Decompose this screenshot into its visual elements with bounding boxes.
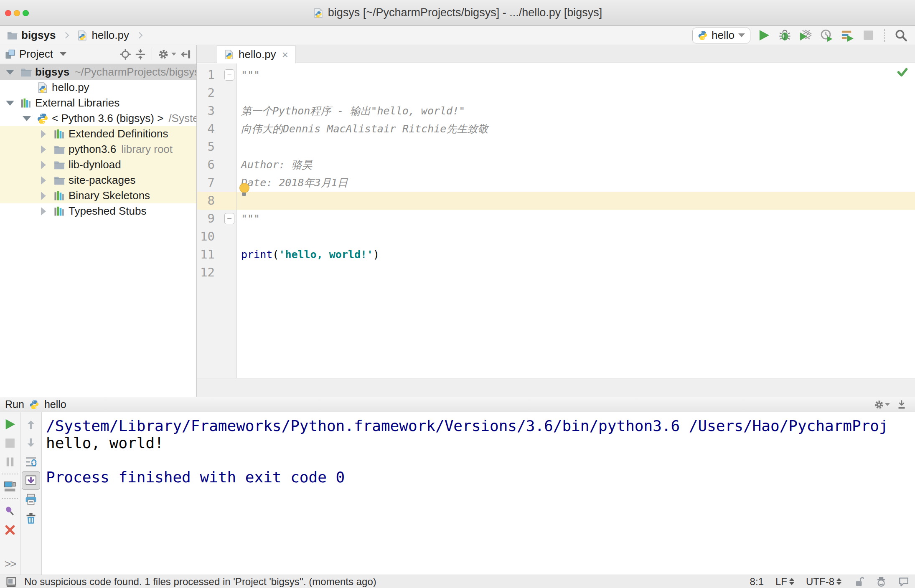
minimize-window-button[interactable]	[14, 10, 20, 16]
code-area[interactable]: """第一个Python程序 - 输出"hello, world!"向伟大的De…	[237, 63, 915, 378]
clear-console-button[interactable]	[22, 509, 40, 527]
tool-window-toggle-icon[interactable]	[6, 576, 17, 587]
run-configuration-selector[interactable]: hello	[692, 28, 750, 43]
collapse-all-icon[interactable]	[135, 49, 146, 60]
encoding-value: UTF-8	[806, 576, 834, 588]
next-occurrence-button[interactable]	[22, 433, 40, 452]
gear-icon[interactable]	[158, 49, 169, 60]
code-line-4: 向伟大的Dennis MacAlistair Ritchie先生致敬	[241, 120, 915, 138]
concurrency-icon	[841, 29, 854, 42]
rerun-button[interactable]	[1, 415, 19, 433]
intention-bulb-icon[interactable]	[239, 183, 249, 197]
tree-item-python3.6[interactable]: python3.6library root	[0, 142, 196, 157]
hide-panel-icon[interactable]	[180, 49, 191, 60]
concurrency-diagram-button[interactable]	[840, 28, 855, 43]
tree-item-extended-definitions[interactable]: Extended Definitions	[0, 126, 196, 142]
fold-marker-bottom[interactable]: −	[224, 213, 234, 224]
code-line-8	[237, 192, 915, 210]
hector-inspections-icon[interactable]	[876, 576, 887, 587]
scroll-to-end-button[interactable]	[22, 471, 40, 490]
tree-item-label: site-packages	[69, 174, 135, 187]
tree-item-python-3.6-bigsys[interactable]: < Python 3.6 (bigsys) >/System	[0, 111, 196, 126]
run-icon	[757, 29, 770, 42]
expanded-arrow-icon[interactable]	[3, 98, 17, 108]
stop-icon	[4, 437, 16, 449]
run-console[interactable]: /System/Library/Frameworks/Python.framew…	[42, 412, 915, 575]
tree-item-site-packages[interactable]: site-packages	[0, 172, 196, 188]
caret-position-widget[interactable]: 8:1	[750, 576, 764, 588]
run-configuration-label: hello	[712, 29, 735, 42]
prev-occurrence-button[interactable]	[22, 415, 40, 433]
run-panel-title[interactable]: Run	[5, 398, 24, 411]
run-button[interactable]	[756, 28, 771, 43]
console-line-2: hello, world!	[46, 434, 915, 451]
chevron-right-icon	[63, 32, 69, 39]
line-number-6: 6	[197, 156, 236, 174]
window-title: bigsys [~/PycharmProjects/bigsys] - .../…	[328, 6, 602, 19]
editor-gutter[interactable]: 1−23456789−101112	[197, 63, 237, 378]
profile-button[interactable]	[819, 28, 834, 43]
run-with-coverage-button[interactable]	[798, 28, 813, 43]
tree-item-bigsys[interactable]: bigsys~/PycharmProjects/bigsys	[0, 64, 196, 80]
tree-item-binary-skeletons[interactable]: Binary Skeletons	[0, 188, 196, 203]
tree-item-hello.py[interactable]: hello.py	[0, 80, 196, 95]
project-panel-title[interactable]: Project	[19, 48, 53, 61]
run-panel-config-name[interactable]: hello	[44, 398, 66, 411]
locate-file-icon[interactable]	[120, 49, 131, 60]
close-run-panel-button[interactable]	[1, 520, 19, 539]
fold-marker-top[interactable]: −	[224, 69, 234, 81]
folder-icon	[53, 144, 65, 155]
inspections-ok-check-icon[interactable]	[897, 66, 908, 78]
collapsed-arrow-icon[interactable]	[37, 144, 50, 155]
run-tool-window: Run hello >>	[0, 397, 915, 575]
tree-item-typeshed-stubs[interactable]: Typeshed Stubs	[0, 203, 196, 219]
run-settings-button[interactable]	[874, 400, 890, 410]
expanded-arrow-icon[interactable]	[20, 114, 33, 124]
code-line-3: 第一个Python程序 - 输出"hello, world!"	[241, 102, 915, 120]
soft-wrap-button[interactable]	[22, 452, 40, 471]
line-separator-value: LF	[775, 576, 787, 588]
encoding-widget[interactable]: UTF-8	[806, 576, 841, 588]
line-number-3: 3	[197, 102, 236, 120]
code-line-5	[241, 138, 915, 156]
close-tab-icon[interactable]: ×	[282, 49, 288, 60]
search-everywhere-button[interactable]	[893, 28, 908, 43]
library-icon	[53, 128, 65, 140]
restore-layout-button[interactable]	[1, 477, 19, 496]
hide-run-panel-icon[interactable]	[897, 400, 907, 410]
run-panel-header: Run hello	[0, 397, 915, 412]
editor-body[interactable]: 1−23456789−101112 """第一个Python程序 - 输出"he…	[197, 63, 915, 378]
tree-item-label: python3.6	[69, 143, 116, 156]
project-view-icon	[5, 49, 15, 59]
event-log-bubble-icon[interactable]	[898, 576, 909, 587]
tree-item-external-libraries[interactable]: External Libraries	[0, 95, 196, 111]
stop-process-button[interactable]	[1, 433, 19, 452]
zoom-window-button[interactable]	[23, 10, 29, 16]
chevron-down-icon[interactable]	[60, 52, 66, 56]
pin-tab-button[interactable]	[1, 502, 19, 520]
line-number-2: 2	[197, 84, 236, 102]
code-line-12	[241, 264, 915, 281]
unlock-icon[interactable]	[853, 576, 864, 587]
editor-horizontal-scrollbar[interactable]	[197, 378, 915, 397]
debug-button[interactable]	[777, 28, 792, 43]
breadcrumb-item-hello-py[interactable]: hello.py	[92, 29, 129, 42]
collapsed-arrow-icon[interactable]	[37, 160, 50, 170]
toolbar-separator	[2, 474, 18, 474]
more-actions-button[interactable]: >>	[5, 558, 15, 570]
pause-output-button[interactable]	[1, 452, 19, 471]
expanded-arrow-icon[interactable]	[3, 67, 17, 77]
collapsed-arrow-icon[interactable]	[37, 191, 50, 201]
tab-hello-py[interactable]: hello.py ×	[217, 45, 295, 63]
tree-item-lib-dynload[interactable]: lib-dynload	[0, 157, 196, 172]
chevron-down-icon	[738, 33, 745, 37]
collapsed-arrow-icon[interactable]	[37, 175, 50, 185]
print-button[interactable]	[22, 490, 40, 509]
line-separator-widget[interactable]: LF	[775, 576, 794, 588]
close-window-button[interactable]	[5, 10, 11, 16]
breadcrumb-item-bigsys[interactable]: bigsys	[21, 29, 56, 42]
collapsed-arrow-icon[interactable]	[37, 206, 50, 216]
traffic-lights	[5, 10, 29, 16]
stop-button[interactable]	[861, 28, 876, 43]
collapsed-arrow-icon[interactable]	[37, 129, 50, 139]
